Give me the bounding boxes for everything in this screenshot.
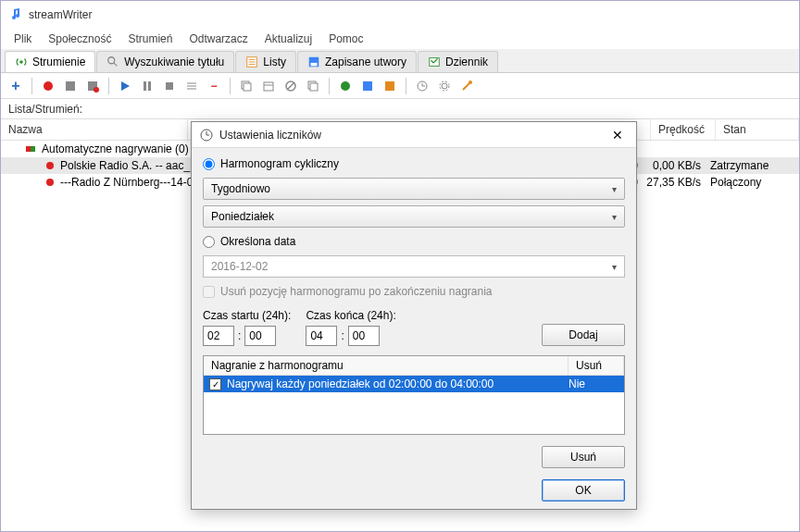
colon: :	[341, 329, 344, 342]
stop-recording-button[interactable]	[83, 77, 102, 95]
block-button[interactable]	[281, 77, 300, 95]
remove-after-checkbox[interactable]: Usuń pozycję harmonogramu po zakończeniu…	[203, 283, 625, 303]
menu-update[interactable]: Aktualizuj	[257, 31, 319, 47]
schedule-header: Nagranie z harmonogramu Usuń	[204, 356, 624, 376]
disk-button[interactable]	[358, 77, 377, 95]
svg-point-36	[469, 80, 472, 84]
radio-cyclic-label: Harmonogram cykliczny	[220, 157, 339, 170]
separator	[230, 78, 231, 94]
tab-label: Strumienie	[32, 56, 85, 68]
play-button[interactable]	[116, 77, 134, 95]
save-recording-button[interactable]	[61, 77, 80, 95]
window-title: streamWriter	[29, 8, 92, 21]
row-description: Nagrywaj każdy poniedziałek od 02:00:00 …	[227, 377, 563, 390]
menu-help[interactable]: Pomoc	[321, 31, 370, 47]
calendar-button[interactable]	[259, 77, 278, 95]
remove-after-label: Usuń pozycję harmonogramu po zakończeniu…	[220, 285, 493, 298]
remove-button[interactable]: Usuń	[542, 446, 625, 468]
end-hour-input[interactable]	[306, 326, 337, 346]
svg-rect-15	[148, 81, 151, 91]
globe-button[interactable]	[336, 77, 355, 95]
row-checkbox[interactable]: ✓	[209, 378, 221, 390]
separator	[329, 78, 330, 94]
record-button[interactable]	[39, 77, 57, 95]
period-value: Tygodniowo	[211, 182, 270, 195]
stream-label: ---Radio Z Nürnberg---14-02 …	[60, 176, 208, 189]
col-speed[interactable]: Prędkość	[651, 119, 716, 140]
svg-point-40	[46, 179, 54, 186]
svg-rect-37	[26, 146, 31, 152]
dialog-titlebar: Ustawienia liczników ✕	[192, 122, 636, 148]
pause-button[interactable]	[138, 77, 156, 95]
menu-community[interactable]: Społeczność	[41, 31, 119, 47]
chevron-down-icon: ▾	[612, 212, 617, 222]
menu-file[interactable]: Plik	[6, 31, 39, 47]
radio-cyclic-input[interactable]	[203, 158, 215, 170]
status-dot-icon	[44, 176, 56, 189]
col-delete[interactable]: Usuń	[569, 356, 624, 375]
svg-point-28	[341, 81, 350, 91]
svg-point-10	[44, 81, 53, 91]
row-delete: Nie	[569, 377, 619, 390]
dialog-title: Ustawienia liczników	[219, 129, 606, 142]
stream-speed: 27,35 KB/s	[642, 176, 706, 189]
schedule-table: Nagranie z harmonogramu Usuń ✓ Nagrywaj …	[203, 355, 625, 435]
close-button[interactable]: ✕	[606, 124, 629, 146]
svg-line-25	[287, 82, 294, 90]
stream-label: Polskie Radio S.A. -- aac_Re…	[60, 159, 208, 172]
schedule-row[interactable]: ✓ Nagrywaj każdy poniedziałek od 02:00:0…	[204, 376, 624, 392]
list-icon	[245, 56, 258, 68]
copy-link-button[interactable]	[304, 77, 322, 95]
toolbar: + −	[1, 73, 799, 99]
add-button[interactable]: Dodaj	[542, 324, 625, 346]
radio-date[interactable]: Określona data	[203, 233, 625, 250]
svg-point-39	[46, 162, 54, 169]
brush-button[interactable]	[381, 77, 399, 95]
tab-lists[interactable]: Listy	[235, 51, 296, 72]
tab-streams[interactable]: Strumienie	[5, 51, 95, 72]
svg-rect-29	[363, 81, 372, 91]
period-combo[interactable]: Tygodniowo ▾	[203, 178, 625, 200]
stream-speed: 0,00 KB/s	[642, 159, 706, 172]
clock-icon	[199, 128, 214, 142]
radio-cyclic[interactable]: Harmonogram cykliczny	[203, 155, 625, 172]
list-button[interactable]	[182, 77, 201, 95]
col-state[interactable]: Stan	[716, 119, 799, 140]
tab-saved[interactable]: Zapisane utwory	[297, 51, 417, 72]
col-name[interactable]: Nazwa	[1, 119, 188, 140]
folder-icon	[25, 142, 38, 155]
chevron-down-icon: ▾	[612, 184, 617, 194]
ok-button[interactable]: OK	[542, 479, 625, 501]
wand-button[interactable]	[457, 77, 476, 95]
day-combo[interactable]: Poniedziałek ▾	[203, 205, 625, 228]
end-minute-input[interactable]	[348, 326, 380, 346]
clock-button[interactable]	[413, 77, 431, 95]
search-icon	[106, 56, 119, 68]
start-hour-input[interactable]	[203, 326, 234, 346]
copy-button[interactable]	[237, 77, 256, 95]
remove-after-input[interactable]	[203, 286, 215, 298]
tab-label: Zapisane utwory	[325, 56, 406, 68]
day-value: Poniedziałek	[211, 210, 274, 223]
svg-rect-38	[31, 146, 35, 152]
stop-button[interactable]	[160, 77, 179, 95]
start-minute-input[interactable]	[244, 326, 276, 346]
svg-rect-11	[66, 81, 75, 91]
tab-log[interactable]: Dziennik	[418, 51, 498, 72]
gear-button[interactable]	[435, 77, 454, 95]
list-stream-label: Lista/Strumień:	[1, 99, 799, 119]
title-bar: streamWriter	[1, 1, 799, 29]
remove-button[interactable]: −	[205, 77, 223, 95]
radio-date-label: Określona data	[220, 235, 295, 248]
menu-player[interactable]: Odtwarzacz	[181, 31, 255, 47]
col-description[interactable]: Nagranie z harmonogramu	[204, 356, 569, 375]
date-field[interactable]: 2016-12-02 ▾	[203, 255, 625, 278]
tab-search[interactable]: Wyszukiwanie tytułu	[96, 51, 234, 72]
tab-label: Dziennik	[445, 56, 488, 68]
menu-stream[interactable]: Strumień	[120, 31, 180, 47]
add-button[interactable]: +	[6, 77, 25, 95]
dialog-body: Harmonogram cykliczny Tygodniowo ▾ Ponie…	[192, 148, 636, 509]
svg-point-0	[19, 60, 23, 64]
radio-date-input[interactable]	[203, 236, 215, 248]
tab-bar: Strumienie Wyszukiwanie tytułu Listy Zap…	[1, 49, 799, 73]
